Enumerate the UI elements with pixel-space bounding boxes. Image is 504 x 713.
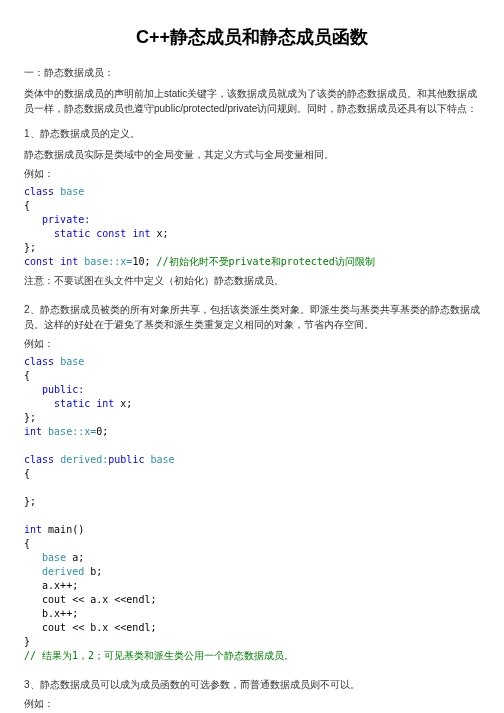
example-label-3: 例如： [24, 696, 480, 711]
t: x; [114, 398, 132, 409]
page-title: C++静态成员和静态成员函数 [24, 24, 480, 51]
comment: //初始化时不受private和protected访问限制 [156, 256, 374, 267]
kw: class [24, 356, 54, 367]
kw: int [90, 398, 114, 409]
topic-1-head: 1、静态数据成员的定义。 [24, 126, 480, 141]
t: a; [66, 552, 84, 563]
kw: class [24, 454, 54, 465]
code-block-2: class base { public: static int x; }; in… [24, 355, 480, 663]
cls: base [144, 454, 174, 465]
cls: base [54, 186, 84, 197]
t: b; [84, 566, 102, 577]
example-label-2: 例如： [24, 336, 480, 351]
t: cout << b.x <<endl; [24, 622, 156, 633]
brace: } [24, 636, 30, 647]
kw: private: [24, 214, 90, 225]
cls: base [54, 356, 84, 367]
brace: { [24, 200, 30, 211]
brace: { [24, 468, 30, 479]
kw: static [24, 228, 90, 239]
t: a.x++; [24, 580, 78, 591]
code-block-1: class base { private: static const int x… [24, 185, 480, 269]
kw: const [90, 228, 126, 239]
kw: class [24, 186, 54, 197]
num: 10 [132, 256, 144, 267]
note-1: 注意：不要试图在头文件中定义（初始化）静态数据成员。 [24, 273, 480, 288]
brace: }; [24, 412, 36, 423]
t: ; [102, 426, 108, 437]
section-1-intro: 类体中的数据成员的声明前加上static关键字，该数据成员就成为了该类的静态数据… [24, 86, 480, 116]
brace: { [24, 538, 30, 549]
t: cout << a.x <<endl; [24, 594, 156, 605]
kw: int [24, 524, 42, 535]
cls: derived: [54, 454, 108, 465]
section-1-head: 一：静态数据成员： [24, 65, 480, 80]
kw: int [126, 228, 150, 239]
kw: int [24, 426, 42, 437]
brace: }; [24, 242, 36, 253]
cls: base::x= [42, 426, 96, 437]
topic-3-head: 3、静态数据成员可以成为成员函数的可选参数，而普通数据成员则不可以。 [24, 677, 480, 692]
result-comment: // 结果为1，2；可见基类和派生类公用一个静态数据成员。 [24, 650, 294, 661]
t: main() [42, 524, 84, 535]
example-label-1: 例如： [24, 166, 480, 181]
kw: const [24, 256, 54, 267]
kw: public [108, 454, 144, 465]
topic-1-p1: 静态数据成员实际是类域中的全局变量，其定义方式与全局变量相同。 [24, 147, 480, 162]
brace: { [24, 370, 30, 381]
cls: base [24, 552, 66, 563]
kw: public: [24, 384, 84, 395]
topic-2-head: 2、静态数据成员被类的所有对象所共享，包括该类派生类对象。即派生类与基类共享基类… [24, 302, 480, 332]
kw: int [54, 256, 78, 267]
kw: static [24, 398, 90, 409]
cls: derived [24, 566, 84, 577]
t: b.x++; [24, 608, 78, 619]
cls: base::x= [78, 256, 132, 267]
t: x; [150, 228, 168, 239]
t: ; [144, 256, 156, 267]
brace: }; [24, 496, 36, 507]
